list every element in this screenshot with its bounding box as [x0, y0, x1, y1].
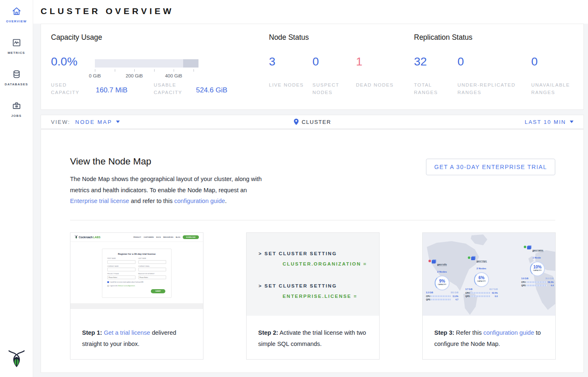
time-range-selector[interactable]: LAST 10 MIN: [525, 119, 573, 125]
cluster-summary-panel: Capacity Usage 0.0% 0 GiB 200 GiB 400 Gi…: [41, 24, 584, 110]
configuration-guide-link[interactable]: configuration guide: [483, 329, 534, 336]
view-selector[interactable]: NODE MAP: [75, 119, 120, 125]
total-ranges-value: 32: [414, 55, 427, 68]
usable-capacity-value: 524.6 GiB: [196, 86, 227, 94]
capacity-gauge: 10%CAPACITY: [530, 261, 545, 276]
live-nodes-label: LIVE NODES: [269, 81, 308, 89]
node-map-preview: geo=sfo2 Nodes 9%CAPACITY 3.2 GiB351 GiB…: [423, 233, 555, 316]
capacity-bar-chart: 0 GiB 200 GiB 400 GiB: [95, 59, 198, 80]
chevron-down-icon: [570, 121, 573, 123]
sidebar-item-label: METRICS: [0, 51, 33, 55]
ok-status-icon: [468, 256, 470, 259]
used-capacity-label: USED CAPACITY: [51, 81, 97, 96]
sidebar-item-label: JOBS: [0, 114, 33, 118]
step-3-caption: Step 3: Refer this configuration guide t…: [423, 316, 555, 349]
suspect-nodes-label: SUSPECT NODES: [312, 81, 352, 96]
total-ranges-label: TOTAL RANGES: [414, 81, 453, 96]
capacity-usage-title: Capacity Usage: [51, 33, 102, 42]
sql-command: > SET CLUSTER SETTING CLUSTER.ORGANIZATI…: [259, 249, 367, 269]
page-title: CLUSTER OVERVIEW: [41, 6, 174, 16]
node-cube-icon: [471, 257, 475, 260]
under-replicated-ranges-label: UNDER-REPLICATED RANGES: [457, 81, 529, 96]
separator: [70, 220, 555, 220]
chevron-down-icon: [116, 121, 120, 123]
step-card-1: CockroachLABS PRODUCTCUSTOMERSDOCSRESOUR…: [70, 232, 203, 360]
replication-status-title: Replication Status: [414, 33, 472, 42]
sql-command: > SET CLUSTER SETTING ENTERPRISE.LICENSE…: [259, 281, 357, 302]
capacity-bar-axis: 0 GiB 200 GiB 400 GiB: [95, 69, 198, 80]
cockroachdb-logo: [8, 350, 25, 372]
node-locality-badge-sfo: geo=sfo2 Nodes 9%CAPACITY 3.2 GiB351 GiB…: [426, 259, 458, 301]
capacity-bar-track: [95, 59, 198, 68]
trial-registration-screenshot: CockroachLABS PRODUCTCUSTOMERSDOCSRESOUR…: [70, 233, 203, 316]
node-map-panel: View the Node Map The Node Map shows the…: [41, 129, 584, 373]
sidebar-item-label: DATABASES: [0, 82, 33, 86]
cockroach-labs-logo: CockroachLABS: [75, 235, 100, 239]
node-map-heading: View the Node Map: [70, 156, 151, 167]
step-2-caption: Step 2: Activate the trial license with …: [247, 316, 379, 349]
node-cube-icon: [527, 246, 531, 249]
ok-status-icon: [524, 246, 526, 248]
unavailable-ranges-value: 0: [531, 55, 538, 68]
capacity-used-percent: 0.0%: [51, 55, 77, 68]
error-status-icon: [428, 260, 431, 262]
location-pin-icon: [293, 118, 299, 125]
sidebar-item-databases[interactable]: DATABASES: [0, 69, 33, 86]
node-cube-icon: [432, 260, 436, 263]
enterprise-trial-license-link[interactable]: Enterprise trial license: [70, 198, 129, 204]
used-capacity-value: 160.7 MiB: [96, 86, 128, 94]
sidebar: OVERVIEW METRICS DATABASES JOBS: [0, 0, 33, 377]
unavailable-ranges-label: UNAVAILABLE RANGES: [531, 81, 585, 96]
scope-breadcrumb: CLUSTER: [302, 119, 331, 125]
enterprise-trial-button[interactable]: GET A 30-DAY ENTERPRISE TRIAL: [426, 159, 555, 175]
axis-tick-label: 400 GiB: [165, 73, 182, 78]
step-1-caption: Step 1: Get a trial license delivered st…: [70, 316, 203, 349]
live-nodes-value: 3: [269, 55, 276, 68]
metrics-icon: [0, 37, 33, 48]
dead-nodes-value: 1: [356, 55, 363, 68]
usable-capacity-label: USABLE CAPACITY: [154, 81, 199, 96]
under-replicated-ranges-value: 0: [457, 55, 464, 68]
home-icon: [0, 6, 33, 17]
node-locality-badge-nyc: geo=nyc2 Nodes 6%CAPACITY 3.7 GiB63.7 Gi…: [465, 256, 498, 297]
axis-tick-label: 0 GiB: [89, 73, 101, 78]
node-map-description: The Node Map shows the geographical layo…: [70, 174, 270, 207]
sql-commands-preview: > SET CLUSTER SETTING CLUSTER.ORGANIZATI…: [247, 233, 379, 316]
step-card-2: > SET CLUSTER SETTING CLUSTER.ORGANIZATI…: [246, 232, 380, 360]
capacity-gauge: 6%CAPACITY: [474, 272, 489, 287]
configuration-guide-link[interactable]: configuration guide: [174, 198, 225, 204]
node-locality-badge-ams: geo=ams1 Node 10%CAPACITY 3.6 GiB36.6 Gi…: [521, 245, 554, 287]
node-status-title: Node Status: [269, 33, 309, 42]
briefcase-icon: [0, 100, 33, 111]
get-trial-license-link[interactable]: Get a trial license: [104, 329, 150, 336]
database-icon: [0, 69, 33, 80]
sidebar-item-jobs[interactable]: JOBS: [0, 100, 33, 118]
dead-nodes-label: DEAD NODES: [356, 81, 395, 89]
sidebar-item-metrics[interactable]: METRICS: [0, 37, 33, 55]
suspect-nodes-value: 0: [312, 55, 319, 68]
capacity-gauge: 9%CAPACITY: [435, 276, 450, 290]
view-label: VIEW:: [51, 119, 70, 125]
axis-tick-label: 200 GiB: [126, 73, 143, 78]
sidebar-item-overview[interactable]: OVERVIEW: [0, 6, 33, 23]
view-bar: VIEW: NODE MAP CLUSTER LAST 10 MIN: [41, 115, 584, 129]
capacity-bar-reserved-segment: [183, 59, 198, 68]
step-card-3: geo=sfo2 Nodes 9%CAPACITY 3.2 GiB351 GiB…: [422, 232, 556, 360]
sidebar-item-label: OVERVIEW: [0, 19, 33, 23]
